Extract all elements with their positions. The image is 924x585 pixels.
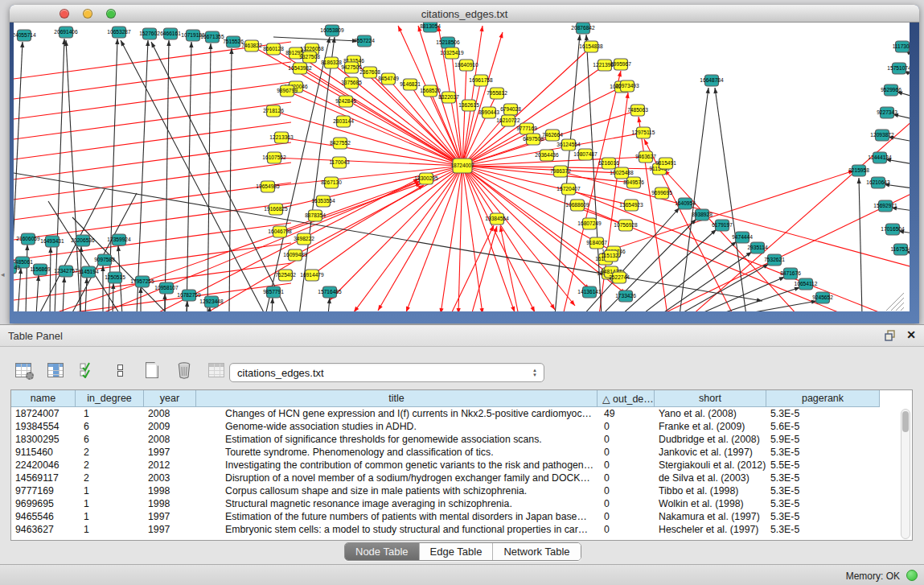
delete-column-button[interactable] (174, 360, 195, 381)
table-cell[interactable]: 18300295 (11, 433, 76, 446)
table-cell[interactable]: Disruption of a novel member of a sodium… (196, 472, 598, 484)
table-cell[interactable]: 0 (598, 420, 655, 433)
column-header-2[interactable]: year (144, 390, 196, 407)
table-cell[interactable]: 0 (598, 433, 655, 446)
graph-edge[interactable] (18, 268, 21, 311)
column-header-3[interactable]: title (196, 390, 598, 407)
column-header-0[interactable]: name (11, 390, 76, 407)
table-cell[interactable]: 9699695 (11, 497, 76, 510)
table-cell[interactable]: Stergiakouli et al. (2012) (655, 459, 766, 472)
table-cell[interactable]: Tourette syndrome. Phenomenology and cla… (196, 446, 598, 459)
graph-edge[interactable] (462, 166, 515, 311)
table-cell[interactable]: Genome-wide association studies in ADHD. (196, 420, 598, 433)
table-cell[interactable]: Investigating the contribution of common… (196, 459, 598, 472)
table-cell[interactable]: 2 (76, 472, 144, 484)
table-cell[interactable]: 5.5E-5 (766, 459, 880, 472)
table-cell[interactable]: 5.3E-5 (766, 472, 880, 484)
graph-edge[interactable] (14, 102, 291, 139)
table-cell[interactable]: Wolkin et al. (1998) (655, 497, 766, 510)
table-cell[interactable]: Structural magnetic resonance image aver… (196, 497, 598, 510)
graph-edge[interactable] (287, 91, 462, 166)
graph-edge[interactable] (406, 166, 462, 311)
table-row[interactable]: 977716911998Corpus callosum shape and si… (11, 484, 912, 497)
table-cell[interactable]: 14569117 (11, 472, 76, 484)
table-cell[interactable]: 49 (598, 407, 655, 420)
resize-grip-icon[interactable] (901, 307, 904, 311)
table-row[interactable]: 2242004622012Investigating the contribut… (11, 459, 912, 472)
table-cell[interactable]: 5.3E-5 (766, 523, 880, 536)
column-header-6[interactable]: pagerank (766, 390, 880, 407)
destroy-table-button[interactable] (206, 360, 227, 381)
table-cell[interactable]: 1 (76, 497, 144, 510)
table-cell[interactable]: 0 (598, 472, 655, 484)
table-row[interactable]: 911546021997Tourette syndrome. Phenomeno… (11, 446, 912, 459)
graph-edge[interactable] (462, 166, 555, 310)
table-cell[interactable]: Corpus callosum shape and size in male p… (196, 484, 598, 497)
table-cell[interactable]: de Silva et al. (2003) (655, 472, 766, 484)
table-source-dropdown[interactable]: citations_edges.txt ▲▼ (229, 363, 544, 382)
tab-edge-table[interactable]: Edge Table (420, 543, 494, 560)
show-columns-button[interactable] (45, 360, 66, 381)
table-cell[interactable]: 1998 (144, 497, 196, 510)
table-cell[interactable]: Dudbridge et al. (2008) (655, 433, 766, 446)
control-panel-collapse-handle[interactable]: ◂ (1, 270, 5, 278)
table-cell[interactable]: 1 (76, 510, 144, 523)
table-cell[interactable]: 22420046 (11, 459, 76, 472)
table-cell[interactable]: 1 (76, 484, 144, 497)
graph-edge[interactable] (207, 43, 211, 311)
graph-edge[interactable] (14, 122, 291, 159)
table-cell[interactable]: 9465546 (11, 510, 76, 523)
table-cell[interactable]: 1998 (144, 484, 196, 497)
graph-edge[interactable] (229, 48, 232, 311)
table-cell[interactable]: 1997 (144, 510, 196, 523)
table-cell[interactable]: 0 (598, 510, 655, 523)
column-header-5[interactable]: short (655, 390, 766, 407)
tab-network-table[interactable]: Network Table (493, 543, 580, 560)
table-cell[interactable]: 5.3E-5 (766, 484, 880, 497)
table-cell[interactable]: Yano et al. (2008) (655, 407, 766, 420)
graph-edge[interactable] (736, 301, 817, 311)
graph-edge[interactable] (14, 243, 291, 280)
table-row[interactable]: 946362711997Embryonic stem cells: a mode… (11, 523, 912, 536)
graph-edge[interactable] (265, 37, 330, 311)
table-cell[interactable]: 0 (598, 459, 655, 472)
table-row[interactable]: 1938455462009Genome-wide association stu… (11, 420, 912, 433)
table-cell[interactable]: 2008 (144, 407, 196, 420)
deselect-all-rows-button[interactable] (109, 360, 130, 381)
graph-edge[interactable] (664, 170, 798, 311)
table-cell[interactable]: 5.6E-5 (766, 420, 880, 433)
table-cell[interactable]: 1997 (144, 446, 196, 459)
table-cell[interactable]: Nakamura et al. (1997) (655, 510, 766, 523)
table-cell[interactable]: Changes of HCN gene expression and I(f) … (196, 407, 598, 420)
table-cell[interactable]: 0 (598, 484, 655, 497)
table-cell[interactable]: 0 (598, 497, 655, 510)
table-row[interactable]: 1830029562008Estimation of significance … (11, 433, 912, 446)
graph-edge[interactable] (462, 166, 535, 311)
table-cell[interactable]: Tibbo et al. (1998) (655, 484, 766, 497)
column-header-4[interactable]: △ out_de… (598, 390, 655, 407)
graph-edge[interactable] (39, 189, 105, 311)
column-header-1[interactable]: in_degree (76, 390, 144, 407)
table-cell[interactable]: 2 (76, 446, 144, 459)
table-cell[interactable]: 1 (76, 407, 144, 420)
graph-edge[interactable] (80, 246, 81, 311)
table-scrollbar[interactable] (901, 409, 910, 539)
network-canvas[interactable]: 2405571420691406106532871527602646616110… (14, 23, 910, 311)
table-cell[interactable]: 9115460 (11, 446, 76, 459)
graph-edge[interactable] (14, 183, 291, 220)
graph-edge[interactable] (14, 203, 291, 240)
table-cell[interactable]: 2009 (144, 420, 196, 433)
table-cell[interactable]: Estimation of significance thresholds fo… (196, 433, 598, 446)
table-cell[interactable]: 2008 (144, 433, 196, 446)
graph-edge[interactable] (165, 40, 169, 311)
table-cell[interactable]: 5.3E-5 (766, 407, 880, 420)
graph-edge[interactable] (14, 62, 291, 99)
graph-edge[interactable] (859, 178, 862, 311)
resize-grip-icon[interactable] (896, 303, 904, 311)
table-cell[interactable]: 1 (76, 523, 144, 536)
table-cell[interactable]: 0 (598, 523, 655, 536)
table-cell[interactable]: Franke et al. (2009) (655, 420, 766, 433)
table-cell[interactable]: 5.9E-5 (766, 433, 880, 446)
graph-edge[interactable] (109, 39, 117, 311)
table-cell[interactable]: Hescheler et al. (1997) (655, 523, 766, 536)
